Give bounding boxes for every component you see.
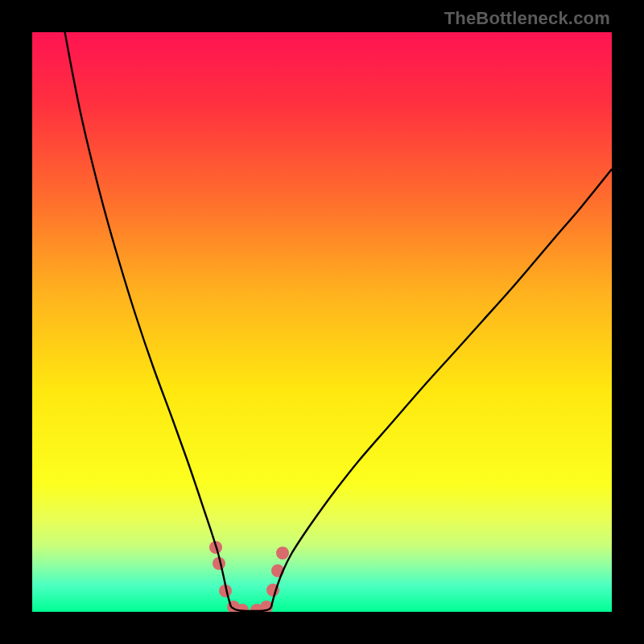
- plot-area: [32, 32, 612, 612]
- curve-right-branch: [271, 169, 612, 607]
- marker-group: [209, 541, 289, 612]
- curve-layer: [32, 32, 612, 612]
- watermark-text: TheBottleneck.com: [444, 8, 610, 29]
- chart-frame: TheBottleneck.com: [0, 0, 644, 644]
- curve-marker: [276, 547, 289, 559]
- curve-left-branch: [62, 32, 231, 607]
